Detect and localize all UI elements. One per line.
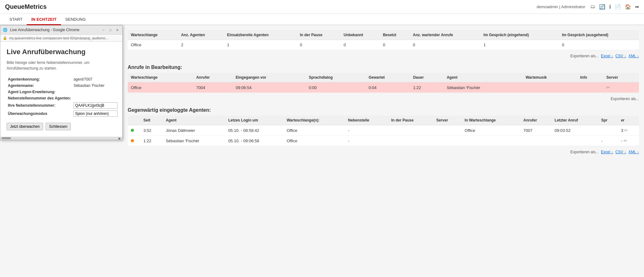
- agents-export-bar: Exportieren als... Excel ↓ CSV ↓ XML ↓: [128, 149, 639, 155]
- jetzt-ueberwachen-button[interactable]: Jetzt überwachen: [7, 123, 43, 130]
- popup-titlebar-left: 🌐 Live Anrufüberwachung - Google Chrome: [3, 28, 80, 32]
- call-gewartet: 0:04: [365, 82, 410, 93]
- calls-col-eingegangen: Eingegangen vor: [232, 73, 306, 82]
- info-icon[interactable]: ℹ: [609, 4, 611, 10]
- queue-name: Office: [128, 40, 178, 50]
- agent-neb-2: -: [345, 136, 388, 146]
- file-icon[interactable]: 📄: [615, 4, 621, 10]
- calls-col-wartemusik: Wartemusik: [522, 73, 577, 82]
- queue-einsatz: 1: [224, 40, 297, 50]
- nebenstelle-input[interactable]: [74, 102, 118, 109]
- agent-pause-2: [388, 136, 433, 146]
- call-eingegangen: 09:06:54: [232, 82, 306, 93]
- queue-table: Warteschlange Anz. Agenten Einsatzbereit…: [128, 30, 639, 50]
- calls-col-sprachdialog: Sprachdialog: [306, 73, 365, 82]
- agent-login-2: 05.10. - 09:06:58: [225, 136, 284, 146]
- nav-start[interactable]: START: [5, 14, 27, 25]
- col-ausgehend: Im Gespräch (ausgehend): [559, 30, 639, 40]
- col-unbekannt: Unbekannt: [341, 30, 380, 40]
- agent-row-1: 3:52 Jönas Dällmeier 05.10. - 08:58:42 O…: [128, 125, 639, 136]
- agent-seit-1: 3:52: [140, 125, 163, 136]
- calls-export-label: Exportieren als...: [611, 97, 639, 101]
- refresh-icon[interactable]: 🔄: [599, 4, 605, 10]
- agents-export-csv[interactable]: CSV ↓: [615, 150, 626, 154]
- agent-server-2: [433, 136, 461, 146]
- url-text: my.queuemetrics-live.com/pascom-test-02/…: [9, 36, 108, 40]
- popup-scrollbar: ▶: [0, 137, 122, 140]
- agents-col-server: Server: [433, 116, 461, 125]
- header-icons: 🗂 🔄 ℹ 📄 🏠 ➡: [590, 4, 639, 10]
- agents-col-agent: Agent: [163, 116, 225, 125]
- folder-icon[interactable]: 🗂: [590, 4, 595, 10]
- field-ihre-nebenstelle: Ihre Nebenstellennummer:: [7, 101, 119, 110]
- logout-icon[interactable]: ➡: [635, 4, 639, 10]
- col-eingehend: Im Gespräch (eingehend): [480, 30, 559, 40]
- queue-row-office: Office 2 1 0 0 0 0 1 0: [128, 40, 639, 50]
- nav-echtzeit[interactable]: IN ECHTZEIT: [27, 14, 61, 25]
- col-besetzt: Besetzt: [380, 30, 410, 40]
- agents-col-seit-val: Seit: [140, 116, 163, 125]
- agents-export-label: Exportieren als...: [570, 150, 599, 154]
- agents-col-nebenstelle: Nebenstelle: [345, 116, 388, 125]
- export-excel[interactable]: Excel ↓: [601, 54, 613, 58]
- agent-spr-1: [598, 125, 618, 136]
- agent-letzter-1: 09:03:52: [552, 125, 598, 136]
- agents-col-pause: In der Pause: [388, 116, 433, 125]
- queue-besetzt: 0: [380, 40, 410, 50]
- agent-row-2: 1:22 Sébastian 'Fischèr 05.10. - 09:06:5…: [128, 136, 639, 146]
- col-warteschlange: Warteschlange: [128, 30, 178, 40]
- scroll-right-arrow[interactable]: ▶: [119, 137, 121, 140]
- queue-ausgehend: 0: [559, 40, 639, 50]
- agent-edit-1[interactable]: ✏: [624, 128, 628, 133]
- schliessen-button[interactable]: Schliessen: [46, 123, 71, 130]
- queue-export-bar: Exportieren als... Excel ↓ CSV ↓ XML ↓: [128, 53, 639, 59]
- calls-export-bar: Exportieren als...: [128, 95, 639, 102]
- call-row: Office 7004 09:06:54 0:00 0:04 1:22 Séba…: [128, 82, 639, 93]
- export-label: Exportieren als...: [570, 54, 599, 58]
- agents-col-er: er: [618, 116, 639, 125]
- home-icon[interactable]: 🏠: [625, 4, 631, 10]
- ueberwachungsmodus-input[interactable]: [74, 110, 118, 117]
- agents-section-title: Gegenwärtig eingeloggte Agenten:: [128, 107, 639, 113]
- agents-table: Seit Agent Letzes Login um Warteschlange…: [128, 116, 639, 146]
- calls-col-info: Info: [577, 73, 603, 82]
- calls-col-server: Server: [603, 73, 639, 82]
- call-edit-icon[interactable]: ✏: [606, 85, 610, 90]
- call-server[interactable]: ✏: [603, 82, 639, 93]
- popup-buttons: Jetzt überwachen Schliessen: [7, 123, 116, 130]
- agentenname-value: Sébastian 'Fischèr: [72, 82, 119, 89]
- agent-name-1: Jönas Dällmeier: [163, 125, 225, 136]
- calls-col-queue: Warteschlange: [128, 73, 193, 82]
- close-window-button[interactable]: ✕: [115, 27, 120, 32]
- agents-col-login: Letzes Login um: [225, 116, 284, 125]
- export-csv[interactable]: CSV ↓: [615, 54, 626, 58]
- maximize-button[interactable]: □: [108, 27, 113, 32]
- agents-col-anrufer: Anrufer: [520, 116, 551, 125]
- agent-seit-2: 1:22: [140, 136, 163, 146]
- agent-inwq-1: Office: [462, 125, 520, 136]
- minimize-button[interactable]: ─: [101, 27, 106, 32]
- agent-edit-2[interactable]: ✏: [624, 138, 627, 143]
- queue-wartend: 0: [410, 40, 480, 50]
- call-dauer: 1:22: [410, 82, 444, 93]
- agents-export-xml[interactable]: XML ↓: [628, 150, 639, 154]
- field-logon-erweiterung: Agent Logon-Erweiterung:: [7, 89, 119, 95]
- field-ueberwachungsmodus: Überwachungsmodus: [7, 110, 119, 118]
- call-anrufer: 7004: [193, 82, 233, 93]
- col-wartend: Anz. wartender Anrufe: [410, 30, 480, 40]
- field-agentenname: Agentenname: Sébastian 'Fischèr: [7, 82, 119, 89]
- agents-col-spr: Spr: [598, 116, 618, 125]
- queue-anz: 2: [178, 40, 224, 50]
- nav-sendung[interactable]: SENDUNG: [61, 14, 90, 25]
- export-xml[interactable]: XML ↓: [628, 54, 639, 58]
- agents-export-excel[interactable]: Excel ↓: [601, 150, 613, 154]
- calls-table: Warteschlange Anrufer Eingegangen vor Sp…: [128, 73, 639, 93]
- agents-col-letzter: Letzter Anruf: [552, 116, 598, 125]
- agent-status-dot-1: [131, 129, 134, 132]
- calls-col-gewartet: Gewartet: [365, 73, 410, 82]
- agent-anrufer-2: [520, 136, 551, 146]
- agent-anrufer-1: 7007: [520, 125, 551, 136]
- call-agent: Sébastian 'Fischèr: [444, 82, 523, 93]
- call-sprachdialog: 0:00: [306, 82, 365, 93]
- agent-server-1: [433, 125, 461, 136]
